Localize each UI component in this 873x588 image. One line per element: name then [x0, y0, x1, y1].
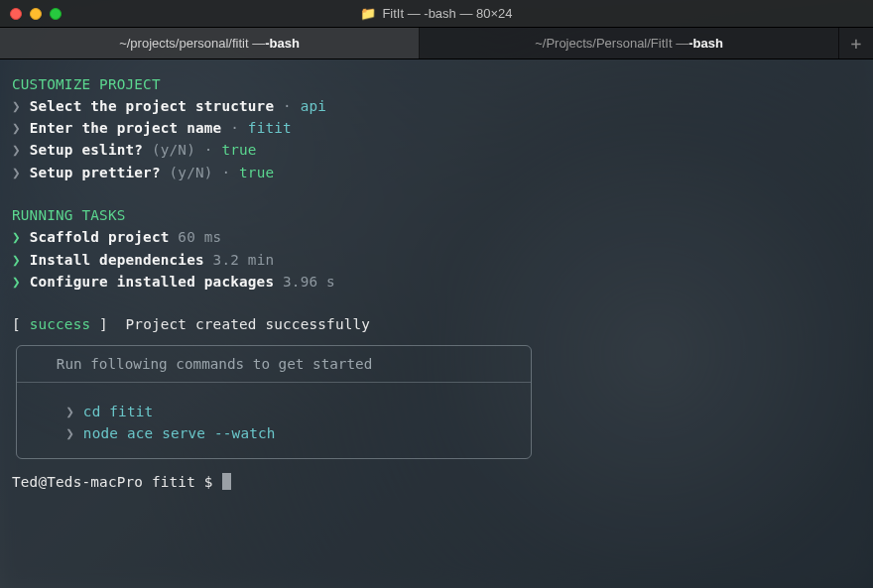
- minimize-icon[interactable]: [30, 8, 42, 20]
- tab-1[interactable]: ~/projects/personal/fitit — -bash: [0, 28, 420, 59]
- new-tab-button[interactable]: +: [839, 28, 873, 59]
- tab-2-path: ~/Projects/Personal/FitIt —: [535, 36, 688, 51]
- status-line: [ success ] Project created successfully: [12, 313, 861, 335]
- cursor-icon: [222, 473, 231, 490]
- terminal-window: 📁 FitIt — -bash — 80×24 ~/projects/perso…: [0, 0, 873, 588]
- window-title-text: FitIt — -bash — 80×24: [382, 6, 512, 21]
- prompt-prettier: ❯ Setup prettier? (y/N) · true: [12, 162, 861, 183]
- section-tasks-title: RUNNING TASKS: [12, 204, 861, 226]
- task-install: ❯ Install dependencies 3.2 min: [12, 249, 861, 271]
- zoom-icon[interactable]: [50, 8, 62, 20]
- task-scaffold: ❯ Scaffold project 60 ms: [12, 226, 861, 248]
- tab-1-path: ~/projects/personal/fitit —: [119, 36, 265, 51]
- tab-2-proc: -bash: [688, 36, 723, 51]
- tab-1-proc: -bash: [265, 36, 300, 51]
- instructions-box: Run following commands to get started ❯ …: [16, 345, 532, 459]
- terminal-body[interactable]: CUSTOMIZE PROJECT ❯ Select the project s…: [0, 59, 873, 588]
- close-icon[interactable]: [10, 8, 22, 20]
- prompt-project-name: ❯ Enter the project name · fitit: [12, 117, 861, 139]
- tab-2[interactable]: ~/Projects/Personal/FitIt — -bash: [420, 28, 839, 59]
- section-customize-title: CUSTOMIZE PROJECT: [12, 73, 861, 95]
- instructions-header: Run following commands to get started: [17, 346, 531, 383]
- cmd-cd: ❯ cd fitit: [31, 401, 517, 422]
- shell-prompt[interactable]: Ted@Teds-macPro fitit $: [12, 471, 861, 493]
- cmd-serve: ❯ node ace serve --watch: [31, 422, 517, 444]
- prompt-eslint: ❯ Setup eslint? (y/N) · true: [12, 139, 861, 161]
- folder-icon: 📁: [360, 7, 376, 20]
- window-controls: [10, 8, 62, 20]
- prompt-structure: ❯ Select the project structure · api: [12, 95, 861, 117]
- task-configure: ❯ Configure installed packages 3.96 s: [12, 271, 861, 293]
- tab-bar: ~/projects/personal/fitit — -bash ~/Proj…: [0, 28, 873, 59]
- window-title: 📁 FitIt — -bash — 80×24: [0, 6, 873, 21]
- titlebar: 📁 FitIt — -bash — 80×24: [0, 0, 873, 28]
